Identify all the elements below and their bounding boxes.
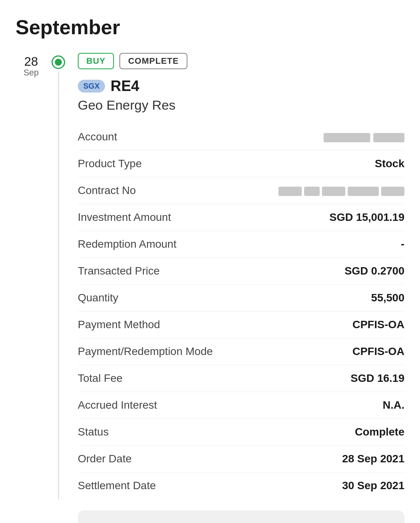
detail-label: Account <box>78 124 241 150</box>
table-row: Contract No <box>78 177 404 204</box>
detail-value: Stock <box>241 150 404 177</box>
detail-label: Contract No <box>78 177 241 204</box>
svg-point-1 <box>55 59 62 66</box>
transaction-entry: 28 Sep BUY COMPLETE SGX RE4 Geo Energy R… <box>16 53 404 523</box>
details-table: AccountProduct TypeStockContract NoInves… <box>78 124 404 499</box>
table-row: Settlement Date30 Sep 2021 <box>78 472 404 499</box>
content-col: BUY COMPLETE SGX RE4 Geo Energy Res Acco… <box>70 53 404 523</box>
detail-label: Quantity <box>78 285 241 311</box>
date-col: 28 Sep <box>16 53 47 78</box>
badge-row: BUY COMPLETE <box>78 53 404 69</box>
page-title: September <box>16 16 404 39</box>
table-row: Order Date28 Sep 2021 <box>78 446 404 472</box>
buy-badge: BUY <box>78 53 114 69</box>
detail-value: SGD 0.2700 <box>241 258 404 285</box>
table-row: Accrued InterestN.A. <box>78 392 404 419</box>
detail-label: Investment Amount <box>78 204 241 231</box>
timeline-line <box>58 72 59 499</box>
table-row: Payment/Redemption ModeCPFIS-OA <box>78 338 404 365</box>
remarks-value: - <box>139 521 143 523</box>
detail-value: CPFIS-OA <box>241 311 404 338</box>
detail-label: Payment Method <box>78 311 241 338</box>
detail-value: 30 Sep 2021 <box>241 472 404 499</box>
detail-label: Product Type <box>78 150 241 177</box>
detail-value <box>241 124 404 150</box>
detail-label: Redemption Amount <box>78 231 241 258</box>
remarks-box: Remarks: - <box>78 511 404 523</box>
table-row: Account <box>78 124 404 150</box>
table-row: Redemption Amount- <box>78 231 404 258</box>
timeline-col <box>47 53 70 499</box>
detail-value: SGD 16.19 <box>241 365 404 392</box>
table-row: Transacted PriceSGD 0.2700 <box>78 258 404 285</box>
detail-value: 28 Sep 2021 <box>241 446 404 472</box>
table-row: Investment AmountSGD 15,001.19 <box>78 204 404 231</box>
exchange-badge: SGX <box>78 80 105 93</box>
detail-value: N.A. <box>241 392 404 419</box>
stock-code: RE4 <box>110 78 139 94</box>
detail-value: - <box>241 231 404 258</box>
status-circle-icon <box>51 55 65 69</box>
detail-value: SGD 15,001.19 <box>241 204 404 231</box>
detail-label: Settlement Date <box>78 472 241 499</box>
stock-name: Geo Energy Res <box>78 98 404 113</box>
detail-label: Accrued Interest <box>78 392 241 419</box>
detail-label: Order Date <box>78 446 241 472</box>
table-row: StatusComplete <box>78 419 404 446</box>
remarks-label: Remarks: <box>89 521 136 523</box>
detail-label: Transacted Price <box>78 258 241 285</box>
detail-value <box>241 177 404 204</box>
detail-value: Complete <box>241 419 404 446</box>
table-row: Quantity55,500 <box>78 285 404 311</box>
complete-badge: COMPLETE <box>119 53 187 69</box>
detail-label: Payment/Redemption Mode <box>78 338 241 365</box>
date-month: Sep <box>23 68 38 78</box>
table-row: Payment MethodCPFIS-OA <box>78 311 404 338</box>
table-row: Total FeeSGD 16.19 <box>78 365 404 392</box>
table-row: Product TypeStock <box>78 150 404 177</box>
detail-label: Total Fee <box>78 365 241 392</box>
detail-value: CPFIS-OA <box>241 338 404 365</box>
stock-header: SGX RE4 <box>78 78 404 94</box>
detail-value: 55,500 <box>241 285 404 311</box>
remarks-text: Remarks: - <box>89 521 143 523</box>
detail-label: Status <box>78 419 241 446</box>
date-day: 28 <box>24 55 38 68</box>
